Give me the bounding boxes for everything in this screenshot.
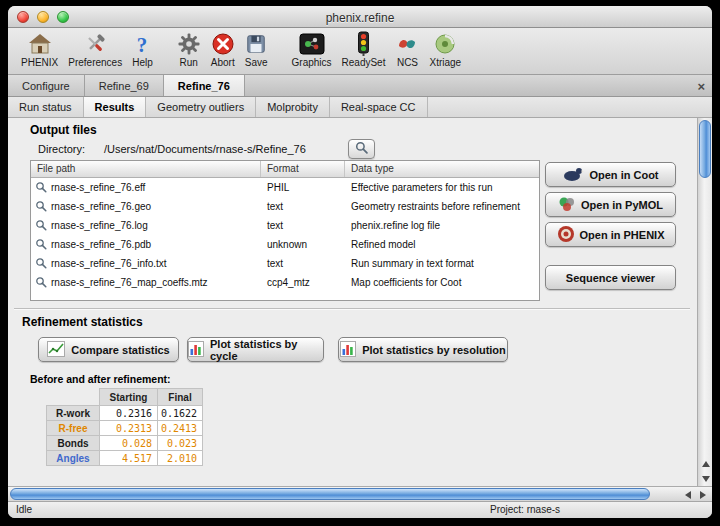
stats-starting-value: 4.517 (99, 450, 158, 466)
stats-column-starting: Starting (99, 388, 158, 406)
stats-final-value: 0.1622 (157, 405, 203, 421)
file-name: rnase-s_refine_76.log (51, 220, 148, 231)
file-data-type: Geometry restraints before refinement (345, 201, 539, 212)
table-row[interactable]: rnase-s_refine_76.log text phenix.refine… (31, 216, 539, 235)
column-header-file-path[interactable]: File path (31, 161, 261, 177)
file-name: rnase-s_refine_76_map_coeffs.mtz (51, 277, 208, 288)
help-button[interactable]: ? Help (127, 30, 158, 69)
magnifier-icon (355, 140, 368, 158)
open-in-phenix-button[interactable]: Open in PHENIX (545, 222, 676, 247)
tab-close-button[interactable]: × (697, 75, 705, 97)
readyset-button[interactable]: ReadySet (337, 30, 391, 69)
abort-button[interactable]: Abort (206, 30, 240, 69)
tab-geometry-outliers[interactable]: Geometry outliers (146, 97, 256, 117)
before-after-label: Before and after refinement: (30, 373, 171, 385)
directory-label: Directory: (38, 143, 85, 155)
file-name: rnase-s_refine_76.pdb (51, 239, 151, 250)
stats-column-final: Final (157, 388, 203, 406)
tab-run-status[interactable]: Run status (8, 97, 84, 117)
file-name: rnase-s_refine_76_info.txt (51, 258, 167, 269)
compare-statistics-button[interactable]: Compare statistics (38, 337, 179, 362)
toolbar: PHENIX Preferences ? Help Run Abort (8, 28, 712, 75)
coot-icon (562, 166, 584, 184)
close-button[interactable] (17, 11, 29, 23)
tab-configure[interactable]: Configure (8, 75, 85, 96)
open-in-coot-button[interactable]: Open in Coot (545, 162, 676, 187)
save-button[interactable]: Save (240, 30, 273, 69)
plot-by-resolution-button[interactable]: Plot statistics by resolution (338, 337, 508, 362)
file-format: ccp4_mtz (261, 277, 345, 288)
tab-results[interactable]: Results (84, 97, 147, 117)
stats-final-value: 0.023 (157, 435, 203, 451)
results-tab-bar: Run status Results Geometry outliers Mol… (8, 97, 712, 118)
scroll-up-arrow[interactable] (698, 456, 712, 471)
vertical-scrollbar-thumb[interactable] (699, 120, 711, 178)
home-icon (27, 30, 53, 57)
file-format: text (261, 201, 345, 212)
stats-starting-value: 0.028 (99, 435, 158, 451)
minimize-button[interactable] (37, 11, 49, 23)
save-icon (245, 30, 267, 57)
browse-directory-button[interactable] (348, 139, 375, 159)
zoom-button[interactable] (57, 11, 69, 23)
stats-final-value: 2.010 (157, 450, 203, 466)
phenix-button[interactable]: PHENIX (16, 30, 63, 69)
open-in-pymol-button[interactable]: Open in PyMOL (545, 192, 676, 217)
file-data-type: Refined model (345, 239, 539, 250)
toolbar-label: NCS (397, 57, 418, 69)
directory-path: /Users/nat/Documents/rnase-s/Refine_76 (104, 143, 306, 155)
vertical-scrollbar[interactable] (697, 118, 712, 486)
sequence-viewer-button[interactable]: Sequence viewer (545, 265, 676, 290)
plot-by-cycle-button[interactable]: Plot statistics by cycle (187, 337, 324, 362)
magnifier-icon (35, 219, 47, 233)
table-row[interactable]: rnase-s_refine_76_info.txt text Run summ… (31, 254, 539, 273)
ncs-icon (395, 30, 419, 57)
graphics-button[interactable]: Graphics (287, 30, 337, 69)
results-panel: Output files Directory: /Users/nat/Docum… (8, 118, 712, 486)
button-label: Open in Coot (589, 169, 658, 181)
toolbar-label: Help (132, 57, 153, 69)
table-header-row: File path Format Data type (31, 161, 539, 178)
horizontal-scrollbar-thumb[interactable] (10, 488, 650, 500)
ncs-button[interactable]: NCS (390, 30, 424, 69)
magnifier-icon (35, 200, 47, 214)
xtriage-button[interactable]: Xtriage (424, 30, 466, 69)
file-format: unknown (261, 239, 345, 250)
file-format: text (261, 258, 345, 269)
column-header-data-type[interactable]: Data type (345, 161, 539, 177)
horizontal-scrollbar[interactable] (8, 486, 712, 501)
toolbar-label: Xtriage (429, 57, 461, 69)
scroll-left-arrow[interactable] (680, 487, 695, 502)
button-label: Compare statistics (71, 344, 169, 356)
magnifier-icon (35, 276, 47, 290)
table-row[interactable]: rnase-s_refine_76_map_coeffs.mtz ccp4_mt… (31, 273, 539, 292)
magnifier-icon (35, 257, 47, 271)
table-row[interactable]: rnase-s_refine_76.eff PHIL Effective par… (31, 178, 539, 197)
tab-refine-69[interactable]: Refine_69 (85, 75, 164, 96)
tab-real-space-cc[interactable]: Real-space CC (330, 97, 428, 117)
column-header-format[interactable]: Format (261, 161, 345, 177)
scroll-right-arrow[interactable] (695, 487, 710, 502)
table-row[interactable]: rnase-s_refine_76.geo text Geometry rest… (31, 197, 539, 216)
preferences-button[interactable]: Preferences (63, 30, 127, 69)
pymol-icon (558, 195, 576, 215)
stats-starting-value: 0.2316 (99, 405, 158, 421)
help-icon: ? (132, 30, 152, 57)
button-label: Sequence viewer (566, 272, 655, 284)
toolbar-label: Save (245, 57, 268, 69)
table-row[interactable]: rnase-s_refine_76.pdb unknown Refined mo… (31, 235, 539, 254)
button-label: Open in PHENIX (580, 229, 665, 241)
statistics-table: Starting Final R-work 0.2316 0.1622 R-fr… (47, 389, 203, 466)
tab-molprobity[interactable]: Molprobity (256, 97, 330, 117)
window-title: phenix.refine (326, 11, 395, 25)
run-button[interactable]: Run (172, 30, 206, 69)
toolbar-label: Preferences (68, 57, 122, 69)
tab-refine-76[interactable]: Refine_76 (164, 75, 245, 96)
stats-row-label: Angles (46, 450, 100, 466)
traffic-light-icon (356, 30, 371, 57)
file-data-type: Map coefficients for Coot (345, 277, 539, 288)
output-files-table: File path Format Data type rnase-s_refin… (30, 160, 540, 301)
scroll-down-arrow[interactable] (698, 471, 712, 486)
toolbar-label: ReadySet (342, 57, 386, 69)
document-tab-bar: Configure Refine_69 Refine_76 × (8, 75, 712, 97)
